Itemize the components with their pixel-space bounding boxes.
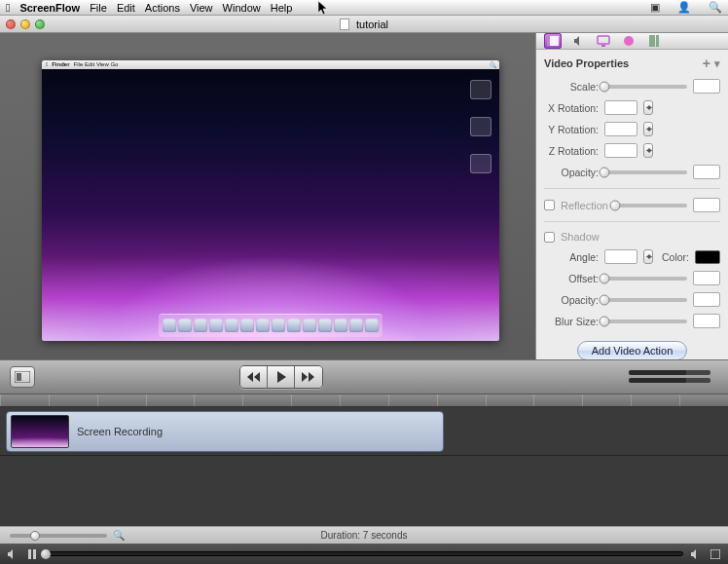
- canvas-area[interactable]:  Finder File Edit View Go 🔍: [0, 33, 535, 359]
- scrub-pause-button[interactable]: [25, 547, 39, 561]
- sys-display-icon[interactable]: ▣: [650, 1, 660, 14]
- timeline-ruler[interactable]: [0, 395, 728, 407]
- app-menu[interactable]: ScreenFlow: [19, 2, 80, 14]
- menu-view[interactable]: View: [190, 2, 213, 14]
- xrotation-label: X Rotation:: [544, 102, 599, 114]
- menu-window[interactable]: Window: [223, 2, 261, 14]
- sys-user-icon[interactable]: 👤: [677, 1, 691, 14]
- svg-rect-5: [649, 35, 655, 47]
- forward-button[interactable]: [295, 366, 322, 388]
- window-title: tutorial: [0, 19, 728, 30]
- svg-rect-8: [17, 373, 21, 381]
- yrotation-value[interactable]: [604, 122, 637, 136]
- blur-slider[interactable]: [604, 320, 687, 323]
- document-icon: [340, 19, 349, 30]
- timeline[interactable]: Screen Recording: [0, 395, 728, 526]
- opacity-label: Opacity:: [544, 167, 599, 178]
- blur-label: Blur Size:: [544, 316, 599, 327]
- scrub-track[interactable]: [45, 551, 683, 556]
- window-close-button[interactable]: [6, 19, 16, 29]
- svg-rect-11: [710, 549, 720, 559]
- play-button[interactable]: [268, 366, 295, 388]
- recorded-menubar:  Finder File Edit View Go 🔍: [42, 60, 499, 69]
- shadow-checkbox[interactable]: [544, 232, 555, 243]
- transport-bar: [0, 359, 728, 395]
- tab-media[interactable]: [645, 33, 663, 49]
- angle-label: Angle:: [544, 251, 599, 263]
- recorded-desktop-icons: [470, 80, 491, 173]
- svg-rect-10: [33, 549, 36, 559]
- offset-value[interactable]: [693, 271, 720, 285]
- macos-menubar:  ScreenFlow File Edit Actions View Wind…: [0, 0, 728, 16]
- color-label: Color:: [662, 251, 689, 263]
- inspector-panel: Video Properties + ▾ Scale: X Rotation: …: [535, 33, 728, 359]
- reflection-label: Reflection: [561, 200, 609, 211]
- audio-meter: [629, 370, 710, 384]
- offset-label: Offset:: [544, 273, 599, 284]
- tab-audio[interactable]: [569, 33, 587, 49]
- scale-slider[interactable]: [604, 85, 687, 89]
- rewind-button[interactable]: [240, 366, 268, 388]
- add-property-icon[interactable]: +: [703, 56, 710, 71]
- property-menu-icon[interactable]: ▾: [714, 57, 720, 70]
- reflection-checkbox[interactable]: [544, 200, 555, 210]
- shadow-opacity-value[interactable]: [693, 292, 720, 307]
- zrotation-label: Z Rotation:: [544, 145, 599, 157]
- svg-rect-6: [656, 35, 659, 47]
- blur-value[interactable]: [693, 314, 720, 328]
- angle-stepper[interactable]: [643, 249, 653, 264]
- add-video-action-button[interactable]: Add Video Action: [577, 341, 688, 359]
- svg-rect-3: [601, 45, 605, 47]
- clip-tools-button[interactable]: [10, 366, 35, 388]
- recorded-dock: [159, 314, 382, 337]
- inspector-tabs: [536, 33, 728, 50]
- tab-callout[interactable]: [620, 33, 637, 49]
- window-zoom-button[interactable]: [35, 19, 45, 29]
- xrotation-value[interactable]: [604, 100, 637, 115]
- offset-slider[interactable]: [604, 277, 687, 281]
- window-titlebar[interactable]: tutorial: [0, 16, 728, 33]
- shadow-opacity-label: Opacity:: [544, 294, 599, 306]
- zrotation-value[interactable]: [604, 143, 637, 158]
- zrotation-stepper[interactable]: [643, 143, 653, 158]
- spotlight-icon[interactable]: 🔍: [709, 1, 722, 14]
- reflection-slider[interactable]: [615, 204, 687, 207]
- xrotation-stepper[interactable]: [643, 100, 653, 115]
- angle-value[interactable]: [604, 249, 637, 264]
- reflection-value[interactable]: [693, 198, 720, 212]
- scale-label: Scale:: [544, 81, 599, 93]
- scrub-bar: [0, 544, 728, 564]
- opacity-slider[interactable]: [604, 170, 687, 174]
- opacity-value[interactable]: [693, 165, 720, 179]
- apple-menu-icon[interactable]: : [6, 1, 10, 15]
- shadow-opacity-slider[interactable]: [604, 298, 687, 302]
- timeline-track[interactable]: Screen Recording: [0, 407, 728, 456]
- tab-screen[interactable]: [595, 33, 612, 49]
- scrub-volume-icon[interactable]: [689, 547, 703, 561]
- timeline-clip[interactable]: Screen Recording: [6, 411, 444, 452]
- clip-thumbnail: [11, 415, 69, 448]
- zoom-bar: 🔍 Duration: 7 seconds: [0, 526, 728, 544]
- window-minimize-button[interactable]: [20, 19, 30, 29]
- tab-video[interactable]: [544, 33, 562, 49]
- svg-point-4: [624, 36, 634, 46]
- menu-help[interactable]: Help: [271, 2, 293, 14]
- video-canvas[interactable]:  Finder File Edit View Go 🔍: [42, 60, 499, 341]
- shadow-color-swatch[interactable]: [695, 250, 720, 264]
- menu-edit[interactable]: Edit: [117, 2, 135, 14]
- scrub-fullscreen-button[interactable]: [709, 547, 722, 561]
- yrotation-label: Y Rotation:: [544, 124, 599, 135]
- menu-actions[interactable]: Actions: [145, 2, 180, 14]
- svg-rect-9: [28, 549, 31, 559]
- yrotation-stepper[interactable]: [643, 122, 653, 136]
- svg-rect-1: [547, 36, 550, 46]
- clip-label: Screen Recording: [77, 426, 163, 437]
- menu-file[interactable]: File: [90, 2, 107, 14]
- inspector-title: Video Properties + ▾: [536, 50, 728, 75]
- scale-value[interactable]: [693, 79, 720, 94]
- scrub-mute-button[interactable]: [6, 547, 19, 561]
- svg-rect-2: [598, 36, 609, 44]
- playback-controls: [239, 365, 323, 389]
- duration-label: Duration: 7 seconds: [0, 530, 728, 541]
- shadow-label: Shadow: [561, 231, 600, 243]
